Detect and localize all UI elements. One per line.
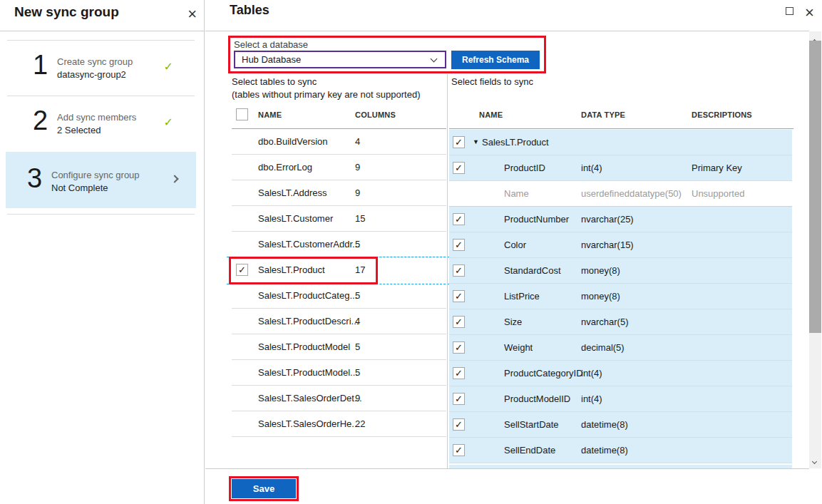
step-2-add-sync-members[interactable]: 2 Add sync members 2 Selected ✓ xyxy=(6,96,196,151)
table-checkbox[interactable]: ✓ xyxy=(236,264,248,276)
table-name: SalesLT.Product xyxy=(258,257,325,282)
table-row-salesorderheader[interactable]: SalesLT.SalesOrderHe... 22 xyxy=(232,411,446,437)
field-row-productcategoryid[interactable]: ✓ ProductCategoryID int(4) xyxy=(449,361,792,386)
field-name: Size xyxy=(504,309,522,334)
scrollbar-thumb[interactable] xyxy=(809,41,821,333)
new-sync-group-panel: New sync group × 1 Create sync group dat… xyxy=(0,0,205,504)
fields-col-datatype: DATA TYPE xyxy=(581,110,625,119)
table-columns: 4 xyxy=(355,309,360,334)
field-row-name-unsupported: Name userdefineddatatype(50) Unsupported xyxy=(449,181,792,207)
table-row-errorlog[interactable]: dbo.ErrorLog 9 xyxy=(232,155,446,180)
save-button[interactable]: Save xyxy=(232,479,296,498)
table-row-salesorderdetail[interactable]: SalesLT.SalesOrderDet... 9 xyxy=(232,386,446,411)
scroll-down-icon[interactable] xyxy=(813,455,816,466)
step-title: Add sync members xyxy=(57,112,136,123)
table-name: SalesLT.SalesOrderHe... xyxy=(258,411,359,436)
step-subtitle: 2 Selected xyxy=(57,125,101,135)
field-checkbox[interactable]: ✓ xyxy=(453,213,465,225)
field-row-productid[interactable]: ✓ ProductID int(4) Primary Key xyxy=(449,155,792,181)
table-columns: 17 xyxy=(355,257,365,282)
step-subtitle: datasync-group2 xyxy=(57,69,126,80)
field-row-color[interactable]: ✓ Color nvarchar(15) xyxy=(449,232,792,258)
fields-header-divider xyxy=(449,128,793,129)
table-columns: 5 xyxy=(355,334,360,359)
database-select[interactable]: Hub Database xyxy=(234,51,446,68)
table-row-productdescription[interactable]: SalesLT.ProductDescri... 4 xyxy=(232,309,446,334)
field-name: Name xyxy=(504,181,529,206)
table-row-productcategory[interactable]: SalesLT.ProductCateg... 5 xyxy=(232,283,446,309)
field-checkbox[interactable]: ✓ xyxy=(453,136,465,148)
field-checkbox[interactable]: ✓ xyxy=(453,367,465,379)
field-datatype: nvarchar(25) xyxy=(581,207,634,232)
field-datatype: userdefineddatatype(50) xyxy=(581,181,682,206)
field-group-row-saleslt-product[interactable]: ✓ ▼ SalesLT.Product xyxy=(449,130,792,155)
field-checkbox[interactable]: ✓ xyxy=(453,316,465,328)
field-checkbox[interactable]: ✓ xyxy=(453,341,465,354)
tables-panel: Tables × Select a database Hub Database … xyxy=(205,0,822,504)
table-name: SalesLT.ProductModel... xyxy=(258,360,358,385)
field-row-standardcost[interactable]: ✓ StandardCost money(8) xyxy=(449,258,792,284)
step-3-configure-sync-group[interactable]: 3 Configure sync group Not Complete xyxy=(6,152,196,208)
table-columns: 5 xyxy=(355,283,360,308)
step-subtitle: Not Complete xyxy=(51,182,108,193)
field-datatype: datetime(8) xyxy=(581,438,628,463)
field-checkbox[interactable]: ✓ xyxy=(453,264,465,277)
check-icon: ✓ xyxy=(164,115,173,129)
field-checkbox[interactable]: ✓ xyxy=(453,239,465,251)
table-row-customeraddress[interactable]: SalesLT.CustomerAddr... 5 xyxy=(232,232,446,257)
field-checkbox[interactable]: ✓ xyxy=(453,162,465,174)
table-row-customer[interactable]: SalesLT.Customer 15 xyxy=(232,206,446,232)
maximize-icon[interactable] xyxy=(786,7,793,15)
select-fields-title: Select fields to sync xyxy=(451,76,533,87)
field-datatype: datetime(8) xyxy=(581,412,628,437)
header-divider xyxy=(205,31,809,31)
header-divider xyxy=(0,31,204,31)
field-datatype: money(8) xyxy=(581,284,620,309)
step-number: 2 xyxy=(33,105,48,136)
field-name: ProductID xyxy=(504,155,545,180)
panel-title: New sync group xyxy=(14,4,119,20)
collapse-caret-icon[interactable]: ▼ xyxy=(473,130,479,155)
close-icon[interactable]: × xyxy=(805,0,814,27)
field-row-sellenddate[interactable]: ✓ SellEndDate datetime(8) xyxy=(449,438,792,463)
field-checkbox[interactable]: ✓ xyxy=(453,444,465,456)
field-datatype: nvarchar(5) xyxy=(581,309,628,334)
step-title: Create sync group xyxy=(57,56,133,67)
step-1-create-sync-group[interactable]: 1 Create sync group datasync-group2 ✓ xyxy=(6,40,196,96)
field-name: ProductCategoryID xyxy=(504,361,583,386)
step-divider xyxy=(7,214,195,215)
close-icon[interactable]: × xyxy=(187,0,197,29)
table-columns: 5 xyxy=(355,360,360,385)
field-row-listprice[interactable]: ✓ ListPrice money(8) xyxy=(449,284,792,309)
page: New sync group × 1 Create sync group dat… xyxy=(0,0,822,504)
table-columns: 9 xyxy=(355,386,360,411)
field-row-size[interactable]: ✓ Size nvarchar(5) xyxy=(449,309,792,335)
table-columns: 9 xyxy=(355,155,360,180)
field-datatype: int(4) xyxy=(581,155,602,180)
select-all-tables-checkbox[interactable]: ✓ xyxy=(236,108,248,120)
field-checkbox[interactable]: ✓ xyxy=(453,393,465,405)
database-select-value: Hub Database xyxy=(242,54,301,65)
field-row-weight[interactable]: ✓ Weight decimal(5) xyxy=(449,335,792,361)
panel-title: Tables xyxy=(230,3,269,18)
field-name: Color xyxy=(504,232,526,257)
field-row-productnumber[interactable]: ✓ ProductNumber nvarchar(25) xyxy=(449,207,792,232)
table-name: SalesLT.CustomerAddr... xyxy=(258,232,360,257)
field-datatype: money(8) xyxy=(581,258,620,283)
field-checkbox[interactable]: ✓ xyxy=(453,418,465,431)
field-datatype: decimal(5) xyxy=(581,335,625,360)
table-row-productmodel2[interactable]: SalesLT.ProductModel... 5 xyxy=(232,360,446,386)
drag-indicator-top xyxy=(227,257,449,257)
table-row-product-selected[interactable]: ✓ SalesLT.Product 17 xyxy=(232,257,446,283)
field-row-sellstartdate[interactable]: ✓ SellStartDate datetime(8) xyxy=(449,412,792,438)
table-row-buildversion[interactable]: dbo.BuildVersion 4 xyxy=(232,129,446,155)
vertical-scrollbar[interactable] xyxy=(809,31,821,468)
table-columns: 22 xyxy=(355,411,365,436)
table-name: SalesLT.ProductModel xyxy=(258,334,350,359)
table-row-productmodel[interactable]: SalesLT.ProductModel 5 xyxy=(232,334,446,360)
field-checkbox[interactable]: ✓ xyxy=(453,290,465,302)
field-row-productmodelid[interactable]: ✓ ProductModelID int(4) xyxy=(449,386,792,412)
table-row-address[interactable]: SalesLT.Address 9 xyxy=(232,180,446,206)
refresh-schema-button[interactable]: Refresh Schema xyxy=(451,51,540,69)
table-name: SalesLT.Customer xyxy=(258,206,333,231)
